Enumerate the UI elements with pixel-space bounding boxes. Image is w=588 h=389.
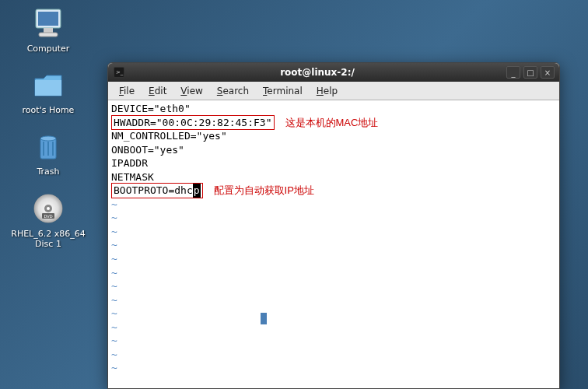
highlighted-hwaddr: HWADDR="00:0C:29:82:45:F3" <box>111 115 275 131</box>
trash-icon <box>31 129 65 163</box>
menu-search[interactable]: Search <box>211 84 255 98</box>
vim-tilde: ~ <box>111 279 556 293</box>
config-line: NM_CONTROLLED="yes" <box>111 129 556 143</box>
vim-tilde: ~ <box>111 238 556 252</box>
menu-label: elp <box>324 86 338 96</box>
desktop-icon-dvd[interactable]: DVD RHEL_6.2 x86_64 Disc 1 <box>9 191 87 249</box>
vim-tilde: ~ <box>111 225 556 239</box>
minimize-button[interactable]: _ <box>506 66 520 79</box>
desktop-icon-label: Trash <box>37 166 59 177</box>
svg-point-5 <box>40 136 56 141</box>
menu-label: erminal <box>267 86 302 96</box>
desktop-icon-label: Computer <box>27 44 70 54</box>
svg-text:>_: >_ <box>116 69 124 75</box>
config-line: BOOTPROTO=dhcp配置为自动获取IP地址 <box>111 184 556 198</box>
config-line: HWADDR="00:0C:29:82:45:F3"这是本机的MAC地址 <box>111 116 556 130</box>
terminal-content[interactable]: DEVICE="eth0" HWADDR="00:0C:29:82:45:F3"… <box>108 100 559 388</box>
vim-tilde: ~ <box>111 198 556 212</box>
computer-icon <box>31 6 65 40</box>
home-folder-icon <box>31 68 65 102</box>
desktop-icons: Computer root's Home Trash <box>9 6 87 249</box>
config-line: IPADDR <box>111 156 556 170</box>
annotation-mac: 这是本机的MAC地址 <box>285 117 379 128</box>
menu-label: earch <box>222 86 249 96</box>
svg-text:DVD: DVD <box>44 214 52 219</box>
svg-rect-7 <box>47 142 49 156</box>
menu-label: ile <box>124 86 135 96</box>
maximize-button[interactable]: □ <box>523 66 537 79</box>
vim-tilde: ~ <box>111 321 556 335</box>
vim-tilde: ~ <box>111 252 556 266</box>
terminal-window: >_ root@linux-2:/ _ □ × File Edit View S… <box>107 62 560 389</box>
menu-edit[interactable]: Edit <box>142 84 173 98</box>
svg-rect-6 <box>43 142 44 156</box>
menu-label: iew <box>187 86 203 96</box>
svg-point-12 <box>47 207 50 210</box>
config-line: ONBOOT="yes" <box>111 143 556 157</box>
config-line: DEVICE="eth0" <box>111 102 556 116</box>
config-line: NETMASK <box>111 170 556 184</box>
editor-cursor <box>261 313 267 324</box>
titlebar[interactable]: >_ root@linux-2:/ _ □ × <box>108 63 559 82</box>
vim-tilde: ~ <box>111 266 556 280</box>
vim-tilde: ~ <box>111 334 556 348</box>
desktop-icon-home[interactable]: root's Home <box>9 68 87 115</box>
vim-tilde: ~ <box>111 211 556 225</box>
vim-tilde: ~ <box>111 307 556 321</box>
svg-rect-3 <box>39 33 58 37</box>
menu-help[interactable]: Help <box>310 84 344 98</box>
desktop-icon-label: root's Home <box>23 105 75 115</box>
menu-label: dit <box>155 86 167 96</box>
vim-tilde: ~ <box>111 348 556 362</box>
desktop-icon-trash[interactable]: Trash <box>9 129 87 177</box>
desktop-icon-computer[interactable]: Computer <box>9 6 87 54</box>
svg-rect-2 <box>44 28 53 33</box>
dvd-icon: DVD <box>31 191 65 226</box>
text-cursor: p <box>193 184 201 198</box>
vim-tilde: ~ <box>111 293 556 307</box>
annotation-dhcp: 配置为自动获取IP地址 <box>214 184 314 196</box>
highlighted-bootproto: BOOTPROTO=dhcp <box>111 183 203 198</box>
svg-rect-8 <box>52 142 54 156</box>
window-title: root@linux-2:/ <box>128 67 506 78</box>
menu-view[interactable]: View <box>174 84 208 98</box>
vim-tilde: ~ <box>111 361 556 375</box>
menu-terminal[interactable]: Terminal <box>257 84 309 98</box>
menu-file[interactable]: File <box>113 84 141 98</box>
terminal-icon: >_ <box>113 66 125 79</box>
desktop-icon-label: RHEL_6.2 x86_64 Disc 1 <box>11 229 86 249</box>
menubar: File Edit View Search Terminal Help <box>108 82 559 100</box>
window-controls: _ □ × <box>506 66 555 79</box>
svg-rect-1 <box>38 12 58 26</box>
close-button[interactable]: × <box>541 66 555 79</box>
